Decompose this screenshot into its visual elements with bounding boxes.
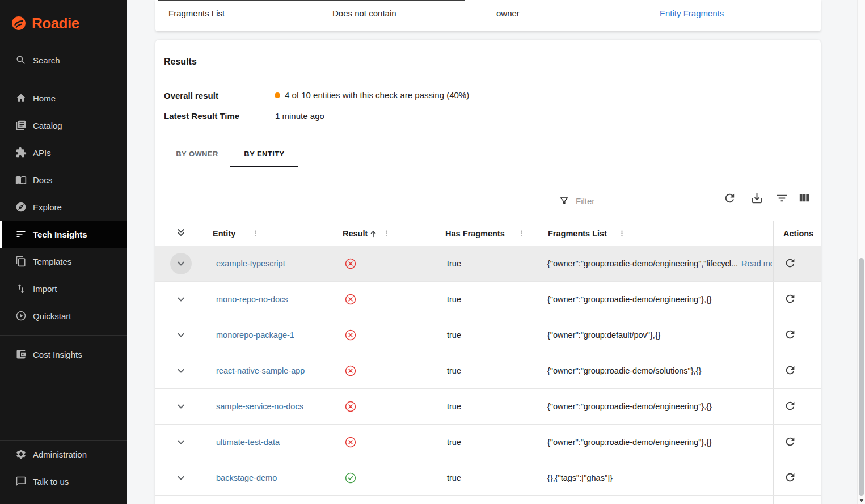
rerun-check-button[interactable] bbox=[783, 435, 798, 450]
sidebar-item-catalog[interactable]: Catalog bbox=[0, 112, 127, 139]
latest-result-time-value: 1 minute ago bbox=[275, 111, 324, 121]
expand-row-button[interactable] bbox=[170, 467, 192, 489]
column-header-actions: Actions bbox=[773, 221, 821, 246]
has-fragments-value: true bbox=[447, 331, 461, 340]
has-fragments-value: true bbox=[447, 402, 461, 411]
sidebar-item-label: APIs bbox=[33, 148, 51, 158]
tech-insights-icon bbox=[15, 228, 27, 240]
sidebar-item-label: Docs bbox=[33, 175, 52, 185]
sidebar-spacer bbox=[0, 374, 127, 440]
entity-link[interactable]: monorepo-package-1 bbox=[216, 331, 294, 340]
fragments-list-value: {"owner":"group:roadie-demo/engineering"… bbox=[547, 438, 772, 447]
sidebar-item-quickstart[interactable]: Quickstart bbox=[0, 302, 127, 329]
sidebar-secondary-nav: Cost Insights bbox=[0, 341, 127, 368]
sidebar-item-label: Talk to us bbox=[33, 477, 69, 486]
overall-result-text: 4 of 10 entities with this check are pas… bbox=[285, 90, 469, 100]
column-header-result[interactable]: Result bbox=[343, 229, 368, 238]
sidebar-item-talk-to-us[interactable]: Talk to us bbox=[0, 468, 127, 495]
docs-icon bbox=[15, 174, 27, 185]
expand-all-icon[interactable] bbox=[173, 226, 189, 242]
filter-field bbox=[558, 190, 717, 211]
sidebar-item-explore[interactable]: Explore bbox=[0, 193, 127, 221]
column-header-has-fragments[interactable]: Has Fragments bbox=[445, 229, 505, 238]
sidebar-item-import[interactable]: Import bbox=[0, 275, 127, 302]
check-operator: Does not contain bbox=[332, 9, 396, 18]
latest-result-time-label: Latest Result Time bbox=[164, 111, 239, 121]
check-fact: Fragments List bbox=[168, 9, 225, 18]
administration-icon bbox=[15, 448, 27, 460]
sidebar-item-templates[interactable]: Templates bbox=[0, 248, 127, 275]
sidebar-item-label: Templates bbox=[33, 257, 71, 266]
expand-row-button[interactable] bbox=[170, 360, 192, 382]
sidebar-item-tech-insights[interactable]: Tech Insights bbox=[0, 221, 127, 248]
sidebar-item-administration[interactable]: Administration bbox=[0, 441, 127, 468]
download-icon[interactable] bbox=[749, 192, 764, 206]
table-row: ultimate-test-datatrue{"owner":"group:ro… bbox=[155, 425, 821, 460]
actions-cell bbox=[773, 425, 821, 460]
table-row: backstage-demotrue{},{"tags":["ghas"]} bbox=[155, 460, 821, 496]
column-header-entity[interactable]: Entity bbox=[213, 229, 235, 238]
tab-by-entity[interactable]: BY ENTITY bbox=[230, 141, 298, 167]
column-header-fragments-list[interactable]: Fragments List bbox=[548, 229, 607, 238]
table-row: mono-repo-no-docstrue{"owner":"group:roa… bbox=[155, 282, 821, 317]
rerun-check-button[interactable] bbox=[783, 256, 798, 271]
scrollbar-down-arrow[interactable] bbox=[859, 499, 864, 502]
entity-fragments-link[interactable]: Entity Fragments bbox=[660, 9, 724, 18]
has-fragments-column-menu-icon[interactable] bbox=[517, 229, 526, 238]
rerun-check-button[interactable] bbox=[783, 471, 798, 485]
pass-result-icon bbox=[344, 472, 357, 484]
has-fragments-value: true bbox=[447, 259, 461, 268]
expand-row-button[interactable] bbox=[170, 324, 192, 346]
tab-by-owner[interactable]: BY OWNER bbox=[164, 141, 230, 167]
fragments-text: {"owner":"group:default/pov"},{} bbox=[547, 331, 661, 340]
expand-row-button[interactable] bbox=[170, 396, 192, 417]
sidebar-item-docs[interactable]: Docs bbox=[0, 166, 127, 193]
table-row: example-typescripttrue{"owner":"group:ro… bbox=[155, 246, 821, 282]
expand-row-button[interactable] bbox=[170, 431, 192, 453]
quickstart-icon bbox=[15, 310, 27, 321]
expand-row-button[interactable] bbox=[170, 289, 192, 310]
filter-list-icon[interactable] bbox=[774, 192, 789, 206]
expand-row-button[interactable] bbox=[170, 253, 192, 274]
rerun-check-button[interactable] bbox=[783, 328, 798, 342]
catalog-icon bbox=[15, 120, 27, 131]
roadie-logo-text: Roadie bbox=[32, 15, 79, 32]
sidebar-item-home[interactable]: Home bbox=[0, 84, 127, 112]
sidebar-item-apis[interactable]: APIs bbox=[0, 139, 127, 166]
refresh-table-button[interactable] bbox=[722, 192, 737, 206]
entity-column-menu-icon[interactable] bbox=[251, 229, 260, 238]
roadie-logo-icon bbox=[11, 16, 26, 31]
rerun-check-button[interactable] bbox=[783, 292, 798, 307]
scrollbar-thumb[interactable] bbox=[859, 258, 864, 496]
roadie-logo[interactable]: Roadie bbox=[0, 0, 127, 46]
sidebar-item-cost-insights[interactable]: Cost Insights bbox=[0, 341, 127, 368]
filter-input[interactable] bbox=[575, 196, 716, 206]
sidebar-item-label: Import bbox=[33, 284, 57, 294]
rerun-check-button[interactable] bbox=[783, 363, 798, 378]
sidebar-item-label: Explore bbox=[33, 202, 62, 212]
actions-cell bbox=[773, 496, 821, 504]
sort-ascending-icon bbox=[369, 229, 378, 238]
sidebar-item-search[interactable]: Search bbox=[0, 46, 127, 74]
fail-result-icon bbox=[344, 400, 357, 413]
entity-link[interactable]: react-native-sample-app bbox=[216, 366, 305, 375]
sidebar: Roadie Search HomeCatalogAPIsDocsExplore… bbox=[0, 0, 127, 504]
entity-link[interactable]: sample-service-no-docs bbox=[216, 402, 303, 411]
fragments-list-column-menu-icon[interactable] bbox=[617, 229, 626, 238]
fragments-list-value: {},{"tags":["ghas"]} bbox=[547, 473, 772, 482]
result-column-menu-icon[interactable] bbox=[382, 229, 391, 238]
filter-funnel-icon bbox=[559, 196, 569, 206]
import-icon bbox=[15, 283, 27, 294]
fragments-text: {},{"tags":["ghas"]} bbox=[547, 473, 613, 482]
entity-link[interactable]: example-typescript bbox=[216, 259, 285, 268]
rerun-check-button[interactable] bbox=[783, 399, 798, 414]
entity-link[interactable]: ultimate-test-data bbox=[216, 438, 280, 447]
table-body: example-typescripttrue{"owner":"group:ro… bbox=[155, 246, 821, 504]
view-columns-icon[interactable] bbox=[796, 192, 811, 206]
read-more-link[interactable]: Read more bbox=[741, 259, 772, 268]
entity-link[interactable]: mono-repo-no-docs bbox=[216, 295, 288, 304]
fragments-text: {"owner":"group:roadie-demo/engineering"… bbox=[547, 295, 712, 304]
sidebar-item-label: Administration bbox=[33, 450, 87, 459]
sidebar-item-label: Home bbox=[33, 94, 56, 103]
entity-link[interactable]: backstage-demo bbox=[216, 473, 277, 482]
